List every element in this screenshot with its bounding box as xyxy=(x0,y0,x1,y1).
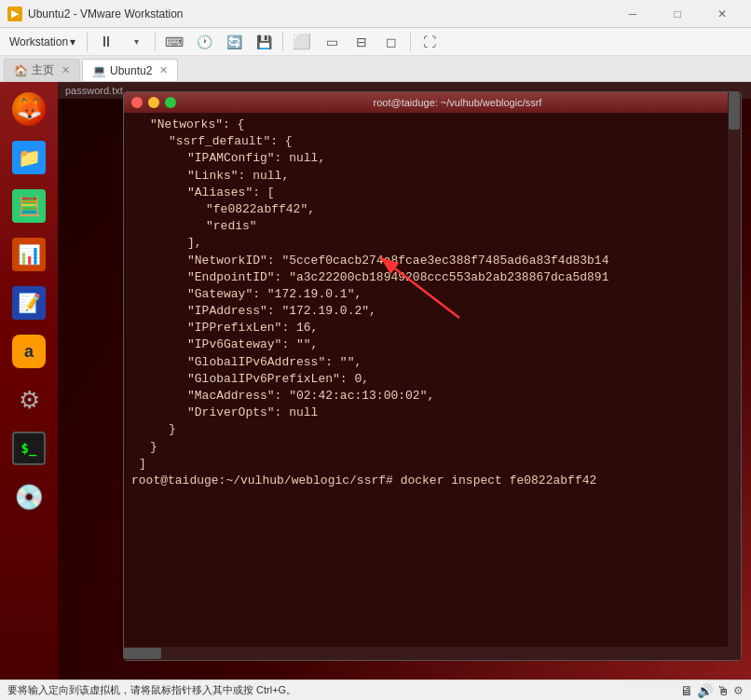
term-line-17: "MacAddress": "02:42:ac:13:00:02", xyxy=(131,388,733,405)
term-line-9: "NetworkID": "5ccef0cacb274a8fcae3ec388f… xyxy=(131,253,733,269)
terminal-min-btn[interactable] xyxy=(148,97,159,108)
term-line-2: "ssrf_default": { xyxy=(131,133,733,150)
term-line-11: "Gateway": "172.19.0.1", xyxy=(131,286,733,303)
close-button[interactable]: ✕ xyxy=(701,5,744,23)
view2-button[interactable]: ▭ xyxy=(319,31,345,53)
sidebar-item-firefox[interactable]: 🦊 xyxy=(6,86,52,132)
vertical-scrollbar[interactable] xyxy=(728,92,741,660)
term-line-21: ] xyxy=(131,456,733,473)
ubuntu2-tab-icon: 💻 xyxy=(92,64,106,77)
terminal-icon: $_ xyxy=(12,432,46,465)
status-icons: 🖥 🔊 🖱 ⚙ xyxy=(680,683,744,698)
settings-icon: ⚙ xyxy=(12,383,46,417)
pause-dropdown[interactable]: ▾ xyxy=(123,31,149,53)
term-line-12: "IPAddress": "172.19.0.2", xyxy=(131,303,733,320)
sidebar-item-calc[interactable]: 🧮 xyxy=(6,183,52,229)
minimize-button[interactable]: ─ xyxy=(611,5,654,23)
tab-home[interactable]: 🏠 主页 ✕ xyxy=(4,59,80,81)
sidebar-item-text-editor[interactable]: 📝 xyxy=(6,280,52,326)
file-header-label: password.txt xyxy=(65,85,123,96)
pause-button[interactable]: ⏸ xyxy=(93,31,119,53)
terminal-content[interactable]: "Networks": { "ssrf_default": { "IPAMCon… xyxy=(124,113,741,660)
toolbar-separator-2 xyxy=(155,33,156,51)
workstation-dropdown-arrow: ▾ xyxy=(70,35,75,48)
vertical-scroll-thumb[interactable] xyxy=(729,92,740,130)
snapshot-button[interactable]: 🕐 xyxy=(191,31,217,53)
home-tab-icon: 🏠 xyxy=(14,64,28,77)
status-icon-1: 🖥 xyxy=(680,683,693,698)
home-tab-close[interactable]: ✕ xyxy=(61,64,70,76)
terminal-prompt: root@taiduge:~/vulhub/weblogic/ssrf# doc… xyxy=(131,474,596,487)
status-icon-2: 🔊 xyxy=(697,683,713,698)
sidebar-item-settings[interactable]: ⚙ xyxy=(6,377,52,423)
calc-icon: 🧮 xyxy=(12,189,46,223)
fullscreen-button[interactable]: ⛶ xyxy=(416,31,443,53)
term-line-1: "Networks": { xyxy=(131,117,733,133)
main-area: 🦊 📁 🧮 📊 📝 a xyxy=(0,82,751,679)
term-line-15: "GlobalIPv6Address": "", xyxy=(131,354,733,371)
terminal-close-btn[interactable] xyxy=(131,97,143,108)
tabs-bar: 🏠 主页 ✕ 💻 Ubuntu2 ✕ xyxy=(0,56,751,82)
term-line-4: "Links": null, xyxy=(131,168,733,185)
workstation-menu[interactable]: Workstation ▾ xyxy=(4,31,81,53)
term-line-13: "IPPrefixLen": 16, xyxy=(131,320,733,336)
sidebar: 🦊 📁 🧮 📊 📝 a xyxy=(0,82,58,679)
sidebar-item-files[interactable]: 📁 xyxy=(6,134,52,181)
text-editor-icon: 📝 xyxy=(12,286,46,320)
status-icon-3: 🖱 xyxy=(717,683,730,698)
horizontal-scrollbar[interactable] xyxy=(124,647,728,660)
toolbar-separator-4 xyxy=(410,33,411,51)
term-line-10: "EndpointID": "a3c22200cb18949208ccc553a… xyxy=(131,269,733,286)
view-button[interactable]: ⬜ xyxy=(289,31,315,53)
sidebar-item-terminal[interactable]: $_ xyxy=(6,425,52,472)
tab-ubuntu2[interactable]: 💻 Ubuntu2 ✕ xyxy=(82,59,178,81)
snapshot2-button[interactable]: 🔄 xyxy=(221,31,247,53)
status-icon-4: ⚙ xyxy=(733,684,744,697)
term-line-8: ], xyxy=(131,235,733,252)
maximize-button[interactable]: □ xyxy=(656,5,699,23)
amazon-icon: a xyxy=(12,335,46,368)
dvd-icon: 💿 xyxy=(12,480,46,514)
term-line-20: } xyxy=(131,439,733,456)
terminal-title: root@taiduge: ~/vulhub/weblogic/ssrf xyxy=(182,97,733,108)
view3-button[interactable]: ⊟ xyxy=(348,31,375,53)
window-title: Ubuntu2 - VMware Workstation xyxy=(28,7,611,21)
terminal-titlebar: root@taiduge: ~/vulhub/weblogic/ssrf xyxy=(124,92,741,113)
term-line-19: } xyxy=(131,421,733,438)
status-text: 要将输入定向到该虚拟机，请将鼠标指针移入其中或按 Ctrl+G。 xyxy=(7,683,680,697)
vmware-icon: ▶ xyxy=(7,7,22,21)
sidebar-item-presentation[interactable]: 📊 xyxy=(6,231,52,278)
term-line-18: "DriverOpts": null xyxy=(131,405,733,421)
files-icon: 📁 xyxy=(12,141,46,174)
term-line-3: "IPAMConfig": null, xyxy=(131,150,733,167)
term-line-14: "IPv6Gateway": "", xyxy=(131,336,733,353)
firefox-icon: 🦊 xyxy=(12,92,46,126)
ubuntu2-tab-label: Ubuntu2 xyxy=(110,64,152,77)
home-tab-label: 主页 xyxy=(32,62,54,78)
horizontal-scroll-thumb[interactable] xyxy=(124,648,161,659)
term-line-6: "fe0822abff42", xyxy=(131,201,733,218)
sidebar-item-amazon[interactable]: a xyxy=(6,328,52,375)
window-controls: ─ □ ✕ xyxy=(611,5,744,23)
sidebar-item-dvd[interactable]: 💿 xyxy=(6,474,52,520)
title-bar: ▶ Ubuntu2 - VMware Workstation ─ □ ✕ xyxy=(0,0,751,28)
term-prompt-line: root@taiduge:~/vulhub/weblogic/ssrf# doc… xyxy=(131,473,733,489)
view4-button[interactable]: ◻ xyxy=(378,31,404,53)
terminal-max-btn[interactable] xyxy=(165,97,176,108)
toolbar-separator-3 xyxy=(282,33,283,51)
ubuntu2-tab-close[interactable]: ✕ xyxy=(159,64,168,76)
terminal-window[interactable]: root@taiduge: ~/vulhub/weblogic/ssrf "Ne… xyxy=(123,91,742,661)
term-line-16: "GlobalIPv6PrefixLen": 0, xyxy=(131,371,733,388)
presentation-icon: 📊 xyxy=(12,238,46,271)
status-bar: 要将输入定向到该虚拟机，请将鼠标指针移入其中或按 Ctrl+G。 🖥 🔊 🖱 ⚙ xyxy=(0,679,751,700)
vm-area[interactable]: password.txt root@taiduge: ~/vulhub/webl… xyxy=(58,82,751,679)
term-line-7: "redis" xyxy=(131,218,733,235)
send-ctrlaltdel-button[interactable]: ⌨ xyxy=(161,31,187,53)
toolbar-separator-1 xyxy=(87,33,88,51)
term-line-5: "Aliases": [ xyxy=(131,185,733,201)
workstation-label: Workstation xyxy=(9,35,68,48)
snapshot3-button[interactable]: 💾 xyxy=(251,31,277,53)
toolbar: Workstation ▾ ⏸ ▾ ⌨ 🕐 🔄 💾 ⬜ ▭ ⊟ ◻ ⛶ xyxy=(0,28,751,56)
